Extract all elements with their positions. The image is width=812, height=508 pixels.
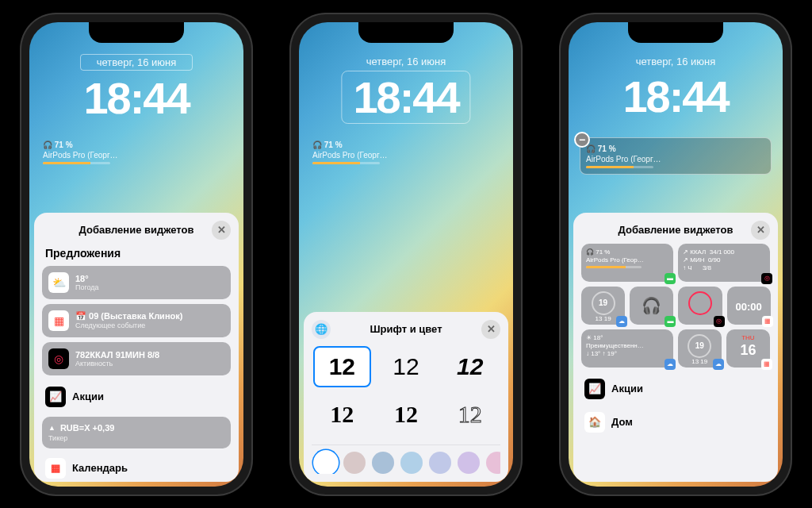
suggestion-calendar[interactable]: ▦ 📅 09 (Выставка Клинок) Следующее событ… <box>42 304 231 337</box>
widget-grid-row2: 19 13 19 ☁ 🎧 ▬ ◎ 00:00 ▦ <box>581 287 770 325</box>
font-color-sheet: 🌐 Шрифт и цвет ✕ 12 12 12 12 12 12 <box>304 312 508 482</box>
suggestion-fitness[interactable]: ◎ 782ККАЛ 91МИН 8/8 Активность <box>42 342 231 375</box>
calendar-app-icon: ▦ <box>45 458 66 479</box>
color-3[interactable] <box>372 452 394 474</box>
color-5[interactable] <box>429 452 451 474</box>
close-button[interactable]: ✕ <box>481 320 500 339</box>
widget-clock[interactable]: 00:00 ▦ <box>727 287 771 325</box>
ticker-card[interactable]: ▲RUB=X +0,39 Тикер <box>42 417 231 448</box>
date-pill[interactable]: четверг, 16 июня <box>80 54 193 71</box>
color-7[interactable] <box>486 452 500 474</box>
close-button[interactable]: ✕ <box>212 221 231 240</box>
font-option-5[interactable]: 12 <box>377 394 435 435</box>
widget-row: 🎧 71 % AirPods Pro (Георг… <box>310 137 502 167</box>
color-white[interactable] <box>315 452 337 474</box>
widget-ring-1[interactable]: 19 13 19 ☁ <box>581 287 625 325</box>
widget-fitness[interactable]: ↗ ККАЛ 34/1 000 ↗ МИН 0/90 ↑ Ч 3/8 ◎ <box>678 244 770 282</box>
home-app-row[interactable]: 🏠 Дом <box>581 406 770 433</box>
widget-day[interactable]: THU 16 ▦ <box>726 329 770 368</box>
widget-grid-row3: ☀ 18° Преимущественн… ↓ 13° ↑ 19° ☁ 19 1… <box>581 329 770 368</box>
stocks-label: Акции <box>72 391 104 402</box>
home-icon: 🏠 <box>584 412 605 433</box>
stocks-icon: 📈 <box>584 379 605 399</box>
airpods-percent: 🎧 71 % <box>43 140 133 150</box>
battery-badge-icon: ▬ <box>665 273 676 284</box>
notch <box>89 22 184 43</box>
sheet-title: Добавление виджетов <box>79 224 194 236</box>
fitness-badge-icon: ◎ <box>714 316 725 327</box>
color-6[interactable] <box>458 452 480 474</box>
suggestion-weather[interactable]: ⛅ 18° Погода <box>42 266 231 299</box>
weather-badge-icon: ☁ <box>713 359 724 370</box>
lockscreen-header: четверг, 16 июня 18:44 <box>569 54 783 122</box>
sheet-header: Добавление виджетов ✕ <box>581 221 770 244</box>
date-text: четверг, 16 июня <box>350 54 462 69</box>
weather-badge-icon: ☁ <box>616 316 627 327</box>
sheet-title: Добавление виджетов <box>619 224 733 236</box>
widget-activity-rings[interactable]: ◎ <box>678 287 722 325</box>
screen-3: четверг, 16 июня 18:44 − 🎧 71 % AirPods … <box>569 22 783 487</box>
stocks-app-row[interactable]: 📈 Акции <box>42 380 231 414</box>
color-row <box>312 444 500 474</box>
sheet-header: Добавление виджетов ✕ <box>42 221 231 244</box>
remove-widget-button[interactable]: − <box>574 132 590 148</box>
font-grid: 12 12 12 12 12 12 <box>312 343 500 444</box>
font-option-6[interactable]: 12 <box>441 394 499 435</box>
lockscreen-header: четверг, 16 июня 18:44 <box>299 54 513 124</box>
notch <box>628 22 723 43</box>
screen-2: четверг, 16 июня 18:44 🎧 71 % AirPods Pr… <box>299 22 513 487</box>
calendar-label: Календарь <box>72 462 128 474</box>
font-option-3[interactable]: 12 <box>441 346 499 387</box>
weather-icon: ⛅ <box>48 272 69 293</box>
fitness-badge-icon: ◎ <box>761 273 772 284</box>
calendar-app-row[interactable]: ▦ Календарь <box>42 452 231 479</box>
airpods-name: AirPods Pro (Георг… <box>43 150 133 160</box>
font-option-4[interactable]: 12 <box>313 394 371 435</box>
widget-row-editing[interactable]: − 🎧 71 % AirPods Pro (Георг… <box>580 137 772 175</box>
triangle-up-icon: ▲ <box>48 424 56 432</box>
font-option-1[interactable]: 12 <box>313 346 371 387</box>
calendar-icon: ▦ <box>48 310 69 331</box>
battery-badge-icon: ▬ <box>665 316 676 327</box>
add-widgets-sheet: Добавление виджетов ✕ 🎧 71 % AirPods Pro… <box>573 213 778 482</box>
widget-airpods-sq[interactable]: 🎧 ▬ <box>630 287 673 325</box>
phone-1: четверг, 16 июня 18:44 🎧 71 % AirPods Pr… <box>21 14 251 495</box>
time-display[interactable]: 18:44 <box>29 72 243 124</box>
suggestions-title: Предложения <box>45 247 231 260</box>
stocks-app-row[interactable]: 📈 Акции <box>581 372 770 406</box>
widget-airpods[interactable]: 🎧 71 % AirPods Pro (Геор… ▬ <box>581 244 673 282</box>
weather-badge-icon: ☁ <box>665 359 676 370</box>
sheet-title: Шрифт и цвет <box>370 323 442 335</box>
color-2[interactable] <box>343 452 366 474</box>
calendar-badge-icon: ▦ <box>762 316 773 327</box>
sheet-header: 🌐 Шрифт и цвет ✕ <box>312 320 500 343</box>
time-display-boxed[interactable]: 18:44 <box>341 71 470 124</box>
widget-ring-2[interactable]: 19 13 19 ☁ <box>678 329 722 368</box>
fitness-icon: ◎ <box>48 348 69 369</box>
date-text: четверг, 16 июня <box>620 54 731 69</box>
font-option-2[interactable]: 12 <box>377 346 435 387</box>
globe-button[interactable]: 🌐 <box>312 320 331 339</box>
notch <box>358 22 454 43</box>
time-display: 18:44 <box>569 71 783 122</box>
phone-2: четверг, 16 июня 18:44 🎧 71 % AirPods Pr… <box>291 14 521 495</box>
calendar-badge-icon: ▦ <box>761 359 772 370</box>
widget-grid-row1: 🎧 71 % AirPods Pro (Геор… ▬ ↗ ККАЛ 34/1 … <box>581 244 770 282</box>
airpods-widget[interactable]: 🎧 71 % AirPods Pro (Георг… <box>584 141 679 171</box>
airpods-widget[interactable]: 🎧 71 % AirPods Pro (Георг… <box>40 137 136 167</box>
close-button[interactable]: ✕ <box>751 221 770 240</box>
airpods-widget: 🎧 71 % AirPods Pro (Георг… <box>310 137 405 167</box>
stocks-icon: 📈 <box>45 387 66 407</box>
color-4[interactable] <box>400 452 423 474</box>
widget-row[interactable]: 🎧 71 % AirPods Pro (Георг… <box>40 137 232 167</box>
phone-3: четверг, 16 июня 18:44 − 🎧 71 % AirPods … <box>561 14 791 495</box>
widget-weather[interactable]: ☀ 18° Преимущественн… ↓ 13° ↑ 19° ☁ <box>581 329 673 368</box>
airpods-bar <box>43 162 110 164</box>
lockscreen-header: четверг, 16 июня 18:44 <box>29 54 243 124</box>
add-widgets-sheet: Добавление виджетов ✕ Предложения ⛅ 18° … <box>34 213 239 482</box>
screen-1: четверг, 16 июня 18:44 🎧 71 % AirPods Pr… <box>29 22 243 487</box>
